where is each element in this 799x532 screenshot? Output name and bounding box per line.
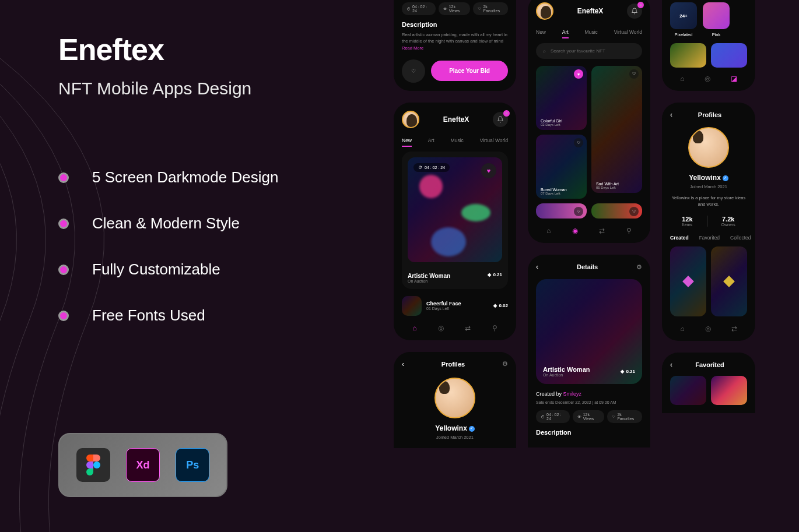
notification-button[interactable]: 4 xyxy=(627,3,642,19)
description-title: Description xyxy=(536,429,642,436)
notification-button[interactable]: 4 xyxy=(493,112,508,127)
tab-art[interactable]: Art xyxy=(562,29,569,35)
nav-activity-icon[interactable]: ⇄ xyxy=(465,324,471,332)
tab-virtual[interactable]: Virtual World xyxy=(480,138,508,143)
price-badge: ◆ 0.21 xyxy=(488,272,502,277)
profile-name: Yellowinx xyxy=(402,424,508,432)
category-pink[interactable]: Pink xyxy=(703,2,730,37)
list-subtitle: 01 Days Left xyxy=(426,306,489,311)
avatar-large[interactable] xyxy=(434,378,475,418)
creator-link[interactable]: Smileyz xyxy=(563,391,582,397)
profile-name: Yellowinx xyxy=(670,174,747,182)
category-pixelated[interactable]: 24+ Pixelated xyxy=(670,2,697,37)
feature-3: Fully Customizable xyxy=(92,260,220,279)
nav-home-icon[interactable]: ⌂ xyxy=(412,324,416,332)
nav-activity-icon[interactable]: ⇄ xyxy=(599,227,605,235)
views-pill: 👁 12k Views xyxy=(439,2,471,15)
art-frame: EnefteX 4 New Art Music Virtual World ⌕ … xyxy=(528,0,650,243)
screen-title: Favorited xyxy=(695,361,724,368)
created-nft-card[interactable] xyxy=(711,246,747,316)
timer-badge: ⏱ 04 : 02 : 24 xyxy=(413,163,450,172)
created-nft-card[interactable] xyxy=(670,246,706,316)
nav-explore-icon[interactable]: ◎ xyxy=(438,324,444,332)
notification-badge: 4 xyxy=(503,110,510,117)
place-bid-button[interactable]: Place Your Bid xyxy=(431,61,508,81)
tab-new[interactable]: New xyxy=(536,29,546,35)
nav-explore-icon[interactable]: ◎ xyxy=(705,75,710,83)
bottom-nav: ⌂ ◎ ⇄ ⚲ xyxy=(402,324,508,332)
description-title: Description xyxy=(402,21,508,28)
heart-icon[interactable]: ♡ xyxy=(629,207,639,216)
count-badge: 24+ xyxy=(670,2,697,29)
heart-icon[interactable]: ♡ xyxy=(629,69,639,79)
tab-favorited[interactable]: Favorited xyxy=(699,235,720,241)
hero-subtitle: NFT Mobile Apps Design xyxy=(58,79,350,98)
tab-collected[interactable]: Collected xyxy=(730,235,751,241)
tab-art[interactable]: Art xyxy=(428,138,434,143)
gear-icon[interactable]: ⚙ xyxy=(502,360,508,368)
detail-title: Artistic Woman xyxy=(543,366,590,373)
nft-card-partial[interactable]: ♡ xyxy=(536,203,587,219)
profile-right-frame: ‹ Profiles Yellowinx Joined March 2021 Y… xyxy=(662,103,755,341)
ps-icon: Ps xyxy=(176,448,209,482)
list-item[interactable]: Cheerful Face 01 Days Left ◆ 0.02 xyxy=(402,296,508,316)
avatar[interactable] xyxy=(402,111,419,128)
tab-virtual[interactable]: Virtual World xyxy=(614,29,642,35)
nav-profile-icon[interactable]: ⚲ xyxy=(626,227,632,235)
avatar-large[interactable] xyxy=(688,127,729,168)
nav-profile-icon[interactable]: ⚲ xyxy=(492,324,497,332)
nft-card-colorful[interactable]: ♥ Colorful Girl02 Days Left xyxy=(536,66,587,130)
heart-icon[interactable]: ♥ xyxy=(574,69,583,79)
detail-price: ◆ 0.21 xyxy=(621,369,635,374)
list-price: ◆ 0.02 xyxy=(493,303,508,308)
search-placeholder: Search your favourite NFT xyxy=(551,48,605,54)
thumbnail[interactable] xyxy=(670,43,706,68)
heart-icon[interactable]: ♥ xyxy=(481,163,496,178)
tab-music[interactable]: Music xyxy=(451,138,464,143)
gear-icon[interactable]: ⚙ xyxy=(636,263,642,271)
screen-title: Details xyxy=(577,263,598,270)
nav-explore-icon[interactable]: ◎ xyxy=(705,325,711,333)
timer-pill: ⏱ 04 : 02 : 24 xyxy=(536,410,570,423)
bullet-icon xyxy=(58,311,69,321)
tab-created[interactable]: Created xyxy=(670,235,689,241)
bottom-nav: ⌂ ◎ ⇄ xyxy=(670,325,747,333)
back-icon[interactable]: ‹ xyxy=(402,360,404,368)
detail-frame: ‹ Details ⚙ Artistic Woman On Auction ◆ … xyxy=(528,255,650,448)
nft-card-partial[interactable]: ♡ xyxy=(591,203,642,219)
avatar[interactable] xyxy=(536,2,553,20)
nft-subtitle: On Auction xyxy=(408,279,450,283)
profile-bio: Yellowinx is a place for my store ideas … xyxy=(670,195,747,207)
bullet-icon xyxy=(58,172,69,183)
back-icon[interactable]: ‹ xyxy=(670,111,672,119)
nft-card-bored[interactable]: ♡ Bored Woman07 Days Left xyxy=(536,135,587,199)
nav-explore-icon[interactable]: ◉ xyxy=(572,227,578,235)
feature-1: 5 Screen Darkmode Design xyxy=(92,168,278,186)
bullet-icon xyxy=(58,219,69,229)
heart-icon[interactable]: ♡ xyxy=(574,138,583,147)
verified-icon xyxy=(723,175,728,181)
category-tabs: New Art Music Virtual World xyxy=(536,29,642,35)
nav-home-icon[interactable]: ⌂ xyxy=(680,325,684,333)
profile-stats: 12kItems 7.2kOwners xyxy=(670,216,747,227)
back-icon[interactable]: ‹ xyxy=(670,361,672,369)
nav-home-icon[interactable]: ⌂ xyxy=(546,227,551,235)
featured-nft-card[interactable]: ⏱ 04 : 02 : 24 ♥ Artistic Woman On Aucti… xyxy=(402,152,508,289)
views-pill: 👁 12k Views xyxy=(573,410,605,423)
back-icon[interactable]: ‹ xyxy=(536,263,538,271)
tab-music[interactable]: Music xyxy=(585,29,598,35)
nav-activity-icon[interactable]: ⇄ xyxy=(731,325,737,333)
category-tabs: New Art Music Virtual World xyxy=(402,138,508,143)
tab-new[interactable]: New xyxy=(402,138,412,143)
brand-title: EnefteX xyxy=(577,7,604,15)
nft-card-sad[interactable]: ♡ Sad With Art05 Days Left xyxy=(591,66,642,193)
heart-icon[interactable]: ♡ xyxy=(574,207,583,216)
favorited-thumbnail[interactable] xyxy=(711,376,747,405)
search-input[interactable]: ⌕ Search your favourite NFT xyxy=(536,43,642,59)
thumbnail[interactable] xyxy=(711,43,747,68)
read-more-link[interactable]: Read More xyxy=(402,45,423,51)
nav-activity-icon[interactable]: ◪ xyxy=(731,75,737,83)
nav-home-icon[interactable]: ⌂ xyxy=(680,75,684,83)
favorited-thumbnail[interactable] xyxy=(670,376,706,405)
favorite-button[interactable]: ♡ xyxy=(402,59,425,83)
